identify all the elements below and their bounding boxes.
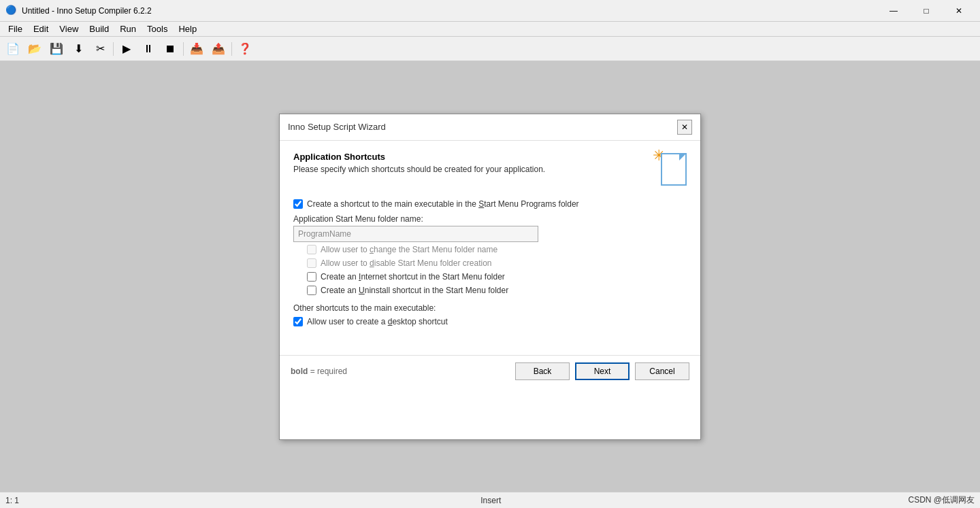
other-shortcuts-label: Other shortcuts to the main executable: bbox=[293, 303, 687, 313]
toolbar-upload[interactable]: 📤 bbox=[208, 39, 229, 58]
toolbar-open[interactable]: 📂 bbox=[24, 39, 45, 58]
internet-shortcut-label[interactable]: Create an Internet shortcut in the Start… bbox=[321, 272, 505, 282]
main-area: Inno Setup Script Wizard ✕ Application S… bbox=[0, 61, 980, 492]
window-controls: — □ ✕ bbox=[878, 1, 975, 21]
uninstall-shortcut-checkbox[interactable] bbox=[307, 286, 316, 295]
menu-edit[interactable]: Edit bbox=[28, 22, 54, 35]
window-close-button[interactable]: ✕ bbox=[943, 1, 975, 21]
header-text: Application Shortcuts Please specify whi… bbox=[293, 152, 545, 174]
internet-shortcut-row: Create an Internet shortcut in the Start… bbox=[307, 272, 687, 282]
minimize-button[interactable]: — bbox=[878, 1, 909, 21]
toolbar-cut[interactable]: ✂ bbox=[90, 39, 110, 58]
desktop-shortcut-label[interactable]: Allow user to create a desktop shortcut bbox=[307, 317, 448, 326]
back-button[interactable]: Back bbox=[515, 362, 570, 380]
wizard-dialog: Inno Setup Script Wizard ✕ Application S… bbox=[279, 114, 701, 440]
main-shortcut-row: Create a shortcut to the main executable… bbox=[293, 199, 687, 209]
toolbar: 📄 📂 💾 ⬇ ✂ ▶ ⏸ ⏹ 📥 📤 ❓ bbox=[0, 37, 980, 61]
disable-creation-checkbox[interactable] bbox=[307, 258, 316, 268]
header-section: Application Shortcuts Please specify whi… bbox=[293, 152, 687, 186]
uninstall-shortcut-label[interactable]: Create an Uninstall shortcut in the Star… bbox=[321, 286, 508, 295]
document-icon: ✳ bbox=[653, 148, 687, 186]
internet-shortcut-checkbox[interactable] bbox=[307, 272, 316, 282]
menu-help[interactable]: Help bbox=[173, 22, 202, 35]
hint-eq: = required bbox=[310, 367, 347, 376]
toolbar-saveas[interactable]: ⬇ bbox=[68, 39, 88, 58]
hint-bold: bold bbox=[291, 367, 308, 376]
change-name-label: Allow user to change the Start Menu fold… bbox=[321, 245, 497, 254]
page-icon bbox=[661, 153, 687, 186]
toolbar-separator-2 bbox=[183, 42, 184, 56]
toolbar-stop[interactable]: ⏹ bbox=[160, 39, 180, 58]
dialog-close-button[interactable]: ✕ bbox=[677, 120, 692, 135]
toolbar-new[interactable]: 📄 bbox=[3, 39, 23, 58]
menu-build[interactable]: Build bbox=[84, 22, 114, 35]
editor-mode: Insert bbox=[480, 496, 501, 505]
desktop-shortcut-row: Allow user to create a desktop shortcut bbox=[293, 317, 687, 326]
cancel-button[interactable]: Cancel bbox=[635, 362, 689, 380]
main-shortcut-label[interactable]: Create a shortcut to the main executable… bbox=[307, 199, 579, 209]
dialog-content: Application Shortcuts Please specify whi… bbox=[280, 141, 700, 341]
toolbar-separator-3 bbox=[231, 42, 232, 56]
menu-file[interactable]: File bbox=[3, 22, 28, 35]
app-icon: 🔵 bbox=[5, 5, 18, 17]
toolbar-pause[interactable]: ⏸ bbox=[138, 39, 159, 58]
footer-buttons: Back Next Cancel bbox=[515, 362, 689, 380]
folder-name-input[interactable] bbox=[293, 226, 538, 242]
desktop-shortcut-checkbox[interactable] bbox=[293, 317, 303, 326]
status-bar: 1: 1 Insert CSDN @低调网友 bbox=[0, 492, 980, 508]
section-desc: Please specify which shortcuts should be… bbox=[293, 165, 545, 174]
dialog-titlebar: Inno Setup Script Wizard ✕ bbox=[280, 114, 700, 141]
toolbar-download[interactable]: 📥 bbox=[186, 39, 207, 58]
field-label: Application Start Menu folder name: bbox=[293, 214, 687, 224]
toolbar-separator-1 bbox=[113, 42, 114, 56]
disable-creation-row: Allow user to disable Start Menu folder … bbox=[307, 258, 687, 268]
section-title: Application Shortcuts bbox=[293, 152, 545, 162]
toolbar-help[interactable]: ❓ bbox=[235, 39, 255, 58]
menu-run[interactable]: Run bbox=[114, 22, 142, 35]
change-name-checkbox[interactable] bbox=[307, 245, 316, 254]
menu-view[interactable]: View bbox=[54, 22, 84, 35]
dialog-title: Inno Setup Script Wizard bbox=[288, 122, 386, 132]
window-title: Untitled - Inno Setup Compiler 6.2.2 bbox=[22, 6, 878, 16]
change-name-row: Allow user to change the Start Menu fold… bbox=[307, 245, 687, 254]
toolbar-run[interactable]: ▶ bbox=[116, 39, 137, 58]
toolbar-save[interactable]: 💾 bbox=[46, 39, 67, 58]
disable-creation-label: Allow user to disable Start Menu folder … bbox=[321, 258, 491, 268]
status-right-text: CSDN @低调网友 bbox=[908, 494, 975, 506]
footer-hint: bold = required bbox=[291, 367, 347, 376]
next-button[interactable]: Next bbox=[575, 362, 630, 380]
menu-tools[interactable]: Tools bbox=[142, 22, 173, 35]
field-label-text: Application Start Menu folder name: bbox=[293, 214, 423, 224]
dialog-footer: bold = required Back Next Cancel bbox=[280, 355, 700, 387]
uninstall-shortcut-row: Create an Uninstall shortcut in the Star… bbox=[307, 286, 687, 295]
title-bar: 🔵 Untitled - Inno Setup Compiler 6.2.2 —… bbox=[0, 0, 980, 22]
maximize-button[interactable]: □ bbox=[911, 1, 942, 21]
menu-bar: File Edit View Build Run Tools Help bbox=[0, 22, 980, 37]
sub-options: Allow user to change the Start Menu fold… bbox=[307, 245, 687, 295]
main-shortcut-checkbox[interactable] bbox=[293, 199, 303, 209]
cursor-position: 1: 1 bbox=[5, 496, 19, 505]
